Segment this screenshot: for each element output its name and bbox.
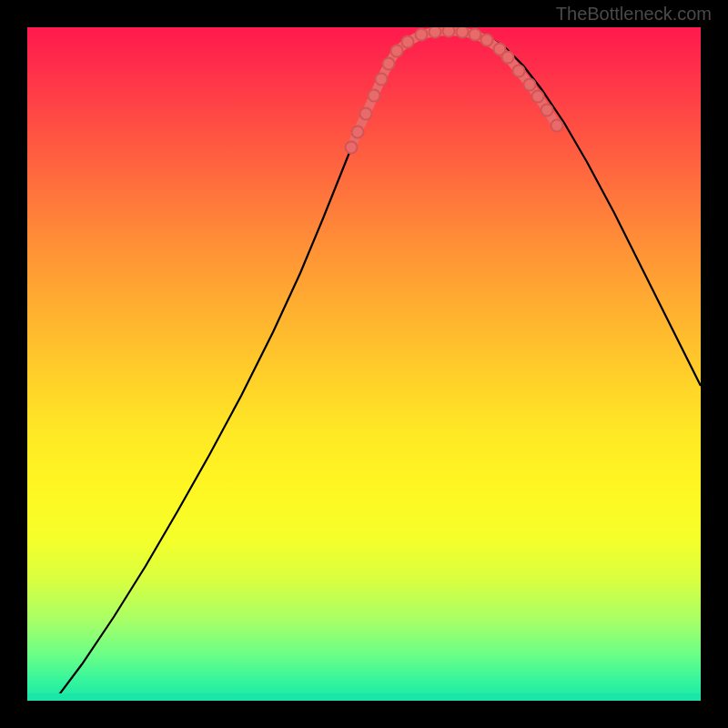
highlight-dot (391, 46, 403, 57)
bottleneck-curve (55, 31, 701, 701)
highlight-dot (416, 29, 428, 41)
highlight-dot (513, 66, 525, 77)
watermark: TheBottleneck.com (556, 4, 712, 25)
highlight-dot (457, 27, 469, 38)
highlight-dot (443, 27, 455, 37)
chart-svg (27, 27, 701, 701)
highlight-dot (402, 36, 414, 48)
highlight-dot (352, 126, 364, 138)
highlight-dot (346, 142, 358, 154)
highlight-dot (369, 90, 380, 102)
highlight-dot (470, 29, 481, 41)
highlight-dots-group (346, 27, 563, 154)
plot-area (27, 27, 701, 701)
highlight-dot (541, 105, 553, 116)
highlight-dot (376, 74, 388, 86)
highlight-dot (481, 35, 493, 46)
highlight-dot (524, 79, 536, 91)
base-band (27, 693, 701, 701)
highlight-dot (360, 108, 372, 120)
highlight-dot (532, 91, 544, 103)
highlight-dot (551, 120, 563, 132)
highlight-dot (430, 27, 441, 38)
highlight-dot (383, 58, 395, 70)
highlight-dot (502, 52, 514, 64)
